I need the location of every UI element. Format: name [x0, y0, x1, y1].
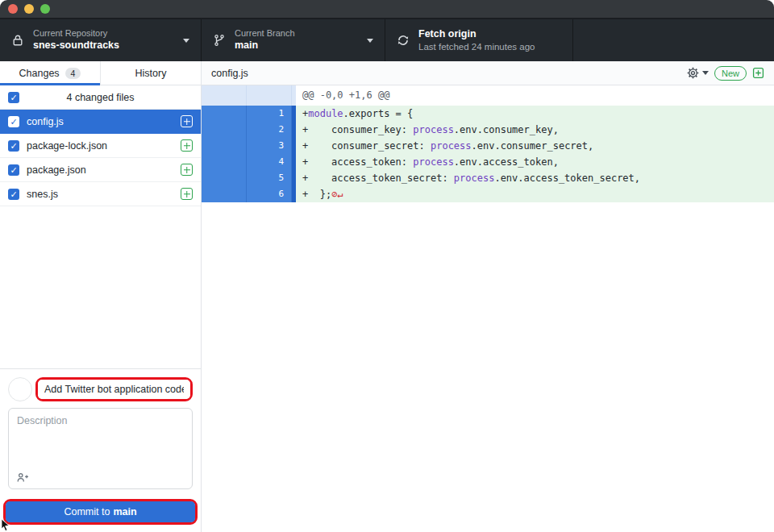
diff-line-6: 6 + };⊘↵	[202, 186, 774, 202]
code-text: + };	[302, 189, 331, 200]
line-select-gutter[interactable]: 1	[202, 106, 296, 122]
commit-description-box	[8, 408, 193, 489]
diff-line-1: 1 +module.exports = {	[202, 106, 774, 122]
diff-options: New	[687, 66, 764, 81]
file-row-snes-js[interactable]: ✓ snes.js	[0, 182, 201, 206]
added-file-icon[interactable]	[752, 67, 764, 79]
added-status-icon	[181, 115, 193, 127]
chevron-down-icon	[367, 39, 373, 46]
diff-view: @@ -0,0 +1,6 @@ 1 +module.exports = { 2 …	[202, 85, 774, 532]
mouse-cursor	[1, 519, 11, 532]
current-branch-dropdown[interactable]: Current Branch main	[202, 19, 385, 61]
traffic-lights	[8, 4, 50, 14]
diff-line-4: 4 + access_token: process.env.access_tok…	[202, 154, 774, 170]
line-select-gutter[interactable]: 5	[202, 170, 296, 186]
code-keyword: process	[431, 140, 472, 152]
diff-line-3: 3 + consumer_secret: process.env.consume…	[202, 138, 774, 154]
commit-description-input[interactable]	[9, 409, 192, 463]
diff-line-2: 2 + consumer_key: process.env.consumer_k…	[202, 122, 774, 138]
old-line-number-cell	[202, 186, 247, 202]
code-line: + access_token_secret: process.env.acces…	[296, 170, 774, 186]
commit-summary-row	[8, 377, 193, 401]
code-line: + };⊘↵	[296, 186, 774, 202]
code-text: + consumer_secret:	[302, 140, 431, 152]
git-branch-icon	[213, 34, 226, 47]
code-line: + access_token: process.env.access_token…	[296, 154, 774, 170]
chevron-down-icon	[183, 39, 189, 46]
fetch-subtitle: Last fetched 24 minutes ago	[418, 41, 535, 52]
github-desktop-window: Current Repository snes-soundtracks Curr…	[0, 0, 774, 532]
repository-name: snes-soundtracks	[33, 39, 119, 52]
file-row-package-json[interactable]: ✓ package.json	[0, 158, 201, 182]
code-line: + consumer_secret: process.env.consumer_…	[296, 138, 774, 154]
tab-changes[interactable]: Changes 4	[0, 61, 101, 85]
old-line-number-cell	[202, 122, 247, 138]
code-text: .env.access_token_secret,	[494, 172, 640, 184]
line-select-gutter[interactable]: 2	[202, 122, 296, 138]
repository-label: Current Repository	[33, 28, 119, 39]
line-select-gutter[interactable]: 3	[202, 138, 296, 154]
hunk-gutter	[202, 85, 296, 106]
line-select-gutter[interactable]: 6	[202, 186, 296, 202]
file-name: snes.js	[27, 189, 58, 200]
select-all-checkbox[interactable]: ✓	[8, 92, 19, 103]
line-select-gutter[interactable]: 4	[202, 154, 296, 170]
code-text: + access_token:	[302, 156, 413, 168]
new-line-number: 6	[247, 186, 292, 202]
zoom-window-button[interactable]	[40, 4, 50, 14]
no-newline-icon: ⊘↵	[331, 189, 343, 200]
fetch-text: Fetch origin Last fetched 24 minutes ago	[418, 28, 535, 52]
code-text: + consumer_key:	[302, 124, 413, 135]
fetch-title: Fetch origin	[418, 28, 535, 41]
old-line-number-cell	[202, 154, 247, 170]
fetch-origin-button[interactable]: Fetch origin Last fetched 24 minutes ago	[385, 19, 573, 61]
file-checkbox[interactable]: ✓	[8, 116, 19, 127]
minimize-window-button[interactable]	[24, 4, 34, 14]
commit-summary-input[interactable]	[38, 380, 190, 399]
add-coauthor-icon[interactable]	[16, 472, 29, 484]
changed-files-count: 4 changed files	[0, 92, 201, 103]
titlebar	[0, 0, 774, 19]
commit-button-label: Commit to	[64, 506, 110, 517]
old-line-number-cell	[202, 138, 247, 154]
file-row-config-js[interactable]: ✓ config.js	[0, 110, 201, 134]
file-checkbox[interactable]: ✓	[8, 189, 19, 200]
chevron-down-icon	[702, 71, 709, 78]
sync-icon	[397, 34, 410, 47]
file-name: package.json	[27, 164, 86, 176]
commit-form: Commit to main	[0, 368, 201, 532]
added-status-icon	[181, 139, 193, 152]
commit-button[interactable]: Commit to main	[6, 501, 195, 522]
toolbar-filler	[573, 19, 774, 61]
code-text: + access_token_secret:	[302, 172, 454, 184]
file-checkbox[interactable]: ✓	[8, 140, 19, 152]
diff-line-5: 5 + access_token_secret: process.env.acc…	[202, 170, 774, 186]
new-file-badge: New	[714, 66, 747, 81]
new-line-number: 5	[247, 170, 292, 186]
diff-settings-dropdown[interactable]	[687, 67, 709, 79]
new-line-number-cell	[247, 85, 292, 106]
old-line-number-cell	[202, 170, 247, 186]
file-name: package-lock.json	[27, 140, 107, 152]
tab-changes-label: Changes	[19, 68, 60, 79]
close-window-button[interactable]	[8, 4, 18, 14]
file-tab[interactable]: config.js	[211, 68, 248, 79]
annotation-highlight-summary	[35, 377, 193, 401]
tab-history-label: History	[135, 68, 167, 79]
code-keyword: module	[308, 108, 343, 119]
new-line-number: 2	[247, 122, 292, 138]
file-row-package-lock-json[interactable]: ✓ package-lock.json	[0, 134, 201, 158]
repository-text: Current Repository snes-soundtracks	[33, 28, 119, 52]
file-list-empty-space	[0, 206, 201, 368]
gear-icon	[687, 67, 699, 79]
code-text: .env.access_token,	[454, 156, 559, 168]
new-line-number: 4	[247, 154, 292, 170]
toolbar: Current Repository snes-soundtracks Curr…	[0, 19, 774, 61]
tab-history[interactable]: History	[101, 61, 201, 85]
current-repository-dropdown[interactable]: Current Repository snes-soundtracks	[0, 19, 202, 61]
content: 4 changed files ✓ ✓ config.js ✓ package-…	[0, 85, 774, 532]
commit-button-branch: main	[113, 506, 136, 517]
file-checkbox[interactable]: ✓	[8, 164, 19, 176]
code-line: + consumer_key: process.env.consumer_key…	[296, 122, 774, 138]
annotation-highlight-commit-button: Commit to main	[3, 499, 198, 525]
